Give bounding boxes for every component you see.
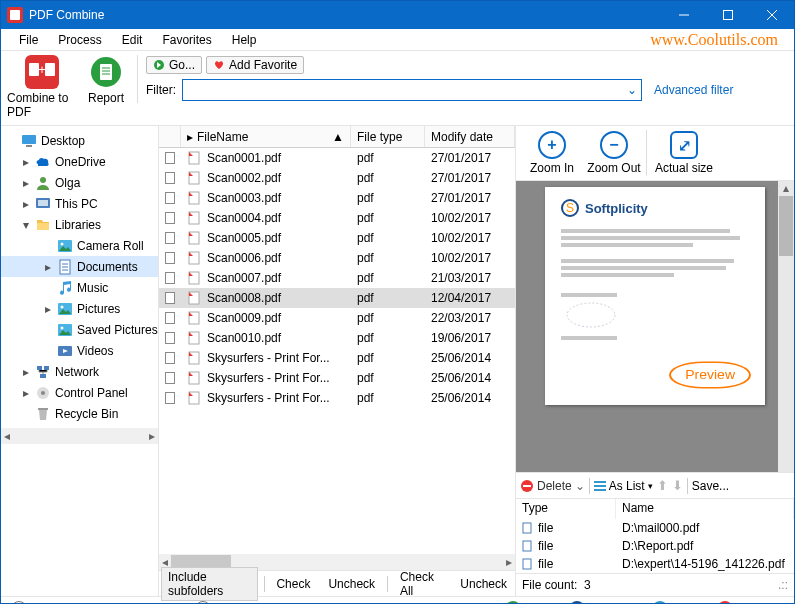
- row-checkbox[interactable]: [165, 292, 175, 304]
- row-checkbox[interactable]: [165, 152, 175, 164]
- menu-file[interactable]: File: [9, 31, 48, 49]
- pdf-icon: [187, 391, 201, 405]
- tree-label: Desktop: [41, 134, 85, 148]
- table-row[interactable]: Scan0005.pdfpdf10/02/2017: [159, 228, 515, 248]
- save-button[interactable]: Save...: [692, 479, 729, 493]
- tree-item-onedrive[interactable]: ▸OneDrive: [1, 151, 158, 172]
- zoom-plus-icon[interactable]: +: [195, 601, 211, 605]
- filter-select[interactable]: ⌄: [182, 79, 642, 101]
- col-type[interactable]: Type: [516, 499, 616, 519]
- table-row[interactable]: Scan0010.pdfpdf19/06/2017: [159, 328, 515, 348]
- twitter-link[interactable]: tTwitter: [652, 601, 707, 605]
- file-type: pdf: [351, 191, 425, 205]
- file-type: pdf: [351, 251, 425, 265]
- table-row[interactable]: Scan0002.pdfpdf27/01/2017: [159, 168, 515, 188]
- table-row[interactable]: Scan0007.pdfpdf21/03/2017: [159, 268, 515, 288]
- minimize-button[interactable]: [662, 1, 706, 29]
- tree-item-olga[interactable]: ▸Olga: [1, 172, 158, 193]
- table-row[interactable]: Scan0006.pdfpdf10/02/2017: [159, 248, 515, 268]
- tree-item-recycle-bin[interactable]: Recycle Bin: [1, 403, 158, 424]
- doc-icon: [57, 259, 73, 275]
- tree-scrollbar[interactable]: ◂ ▸: [1, 428, 158, 444]
- maximize-button[interactable]: [706, 1, 750, 29]
- pic-icon: [57, 322, 73, 338]
- move-up-button[interactable]: ⬆: [657, 478, 668, 493]
- tree-item-camera-roll[interactable]: Camera Roll: [1, 235, 158, 256]
- row-checkbox[interactable]: [165, 332, 175, 344]
- check-button[interactable]: Check: [270, 575, 316, 593]
- pdf-icon: [187, 371, 201, 385]
- row-checkbox[interactable]: [165, 272, 175, 284]
- close-button[interactable]: [750, 1, 794, 29]
- zoom-minus-icon[interactable]: −: [11, 601, 27, 605]
- menu-edit[interactable]: Edit: [112, 31, 153, 49]
- col-modifydate[interactable]: Modify date: [425, 126, 515, 147]
- tree-item-control-panel[interactable]: ▸Control Panel: [1, 382, 158, 403]
- facebook-link[interactable]: fFacebook: [569, 601, 642, 605]
- tree-item-music[interactable]: Music: [1, 277, 158, 298]
- col-name[interactable]: Name: [616, 499, 794, 519]
- delete-button[interactable]: Delete ⌄: [520, 479, 585, 493]
- tree-item-libraries[interactable]: ▾Libraries: [1, 214, 158, 235]
- youtube-link[interactable]: ▶YouTube: [717, 601, 784, 605]
- tree-item-saved-pictures[interactable]: Saved Pictures: [1, 319, 158, 340]
- table-row[interactable]: Skysurfers - Print For...pdf25/06/2014: [159, 368, 515, 388]
- row-checkbox[interactable]: [165, 252, 175, 264]
- advanced-filter-link[interactable]: Advanced filter: [654, 83, 733, 97]
- selected-file-row[interactable]: fileD:\mail000.pdf: [516, 519, 794, 537]
- check-all-button[interactable]: Check All: [394, 568, 448, 600]
- row-checkbox[interactable]: [165, 212, 175, 224]
- preview-v-scrollbar[interactable]: ▴: [778, 181, 794, 472]
- col-filetype[interactable]: File type: [351, 126, 425, 147]
- combine-button[interactable]: + Combine to PDF: [7, 55, 77, 119]
- row-checkbox[interactable]: [165, 312, 175, 324]
- uncheck-all-button[interactable]: Uncheck: [454, 575, 513, 593]
- go-button[interactable]: Go...: [146, 56, 202, 74]
- table-row[interactable]: Scan0008.pdfpdf12/04/2017: [159, 288, 515, 308]
- list-body: Scan0001.pdfpdf27/01/2017Scan0002.pdfpdf…: [159, 148, 515, 554]
- svg-rect-10: [22, 135, 36, 144]
- tree-item-this-pc[interactable]: ▸This PC: [1, 193, 158, 214]
- menu-process[interactable]: Process: [48, 31, 111, 49]
- row-checkbox[interactable]: [165, 172, 175, 184]
- table-row[interactable]: Scan0001.pdfpdf27/01/2017: [159, 148, 515, 168]
- row-checkbox[interactable]: [165, 372, 175, 384]
- tree-item-network[interactable]: ▸Network: [1, 361, 158, 382]
- col-filename[interactable]: ▸ FileName▲: [181, 126, 351, 147]
- row-checkbox[interactable]: [165, 192, 175, 204]
- pdf-icon: [187, 351, 201, 365]
- report-button[interactable]: Report: [83, 55, 129, 105]
- menu-help[interactable]: Help: [222, 31, 267, 49]
- uncheck-button[interactable]: Uncheck: [322, 575, 381, 593]
- tree-item-videos[interactable]: Videos: [1, 340, 158, 361]
- brand-link[interactable]: www.Coolutils.com: [650, 31, 786, 49]
- table-row[interactable]: Skysurfers - Print For...pdf25/06/2014: [159, 348, 515, 368]
- file-name: Skysurfers - Print For...: [207, 351, 330, 365]
- file-date: 10/02/2017: [425, 211, 515, 225]
- menu-favorites[interactable]: Favorites: [152, 31, 221, 49]
- selected-file-row[interactable]: fileD:\expert\14-5196_141226.pdf: [516, 555, 794, 573]
- include-subfolders-button[interactable]: Include subfolders: [161, 567, 258, 601]
- table-row[interactable]: Scan0003.pdfpdf27/01/2017: [159, 188, 515, 208]
- row-checkbox[interactable]: [165, 232, 175, 244]
- window-title: PDF Combine: [29, 8, 662, 22]
- tree-item-desktop[interactable]: Desktop: [1, 130, 158, 151]
- zoom-slider[interactable]: − +: [11, 601, 211, 605]
- email-link[interactable]: @E-mail: [505, 601, 559, 605]
- move-down-button[interactable]: ⬇: [672, 478, 683, 493]
- zoom-in-button[interactable]: + Zoom In: [522, 131, 582, 175]
- col-checkbox[interactable]: [159, 126, 181, 147]
- as-list-button[interactable]: As List▾: [594, 479, 653, 493]
- tree-item-documents[interactable]: ▸Documents: [1, 256, 158, 277]
- svg-point-28: [41, 391, 45, 395]
- selected-file-row[interactable]: fileD:\Report.pdf: [516, 537, 794, 555]
- zoom-out-button[interactable]: − Zoom Out: [584, 131, 644, 175]
- actual-size-button[interactable]: ⤢ Actual size: [649, 131, 719, 175]
- add-favorite-button[interactable]: Add Favorite: [206, 56, 304, 74]
- row-checkbox[interactable]: [165, 392, 175, 404]
- row-checkbox[interactable]: [165, 352, 175, 364]
- table-row[interactable]: Skysurfers - Print For...pdf25/06/2014: [159, 388, 515, 408]
- table-row[interactable]: Scan0009.pdfpdf22/03/2017: [159, 308, 515, 328]
- tree-item-pictures[interactable]: ▸Pictures: [1, 298, 158, 319]
- table-row[interactable]: Scan0004.pdfpdf10/02/2017: [159, 208, 515, 228]
